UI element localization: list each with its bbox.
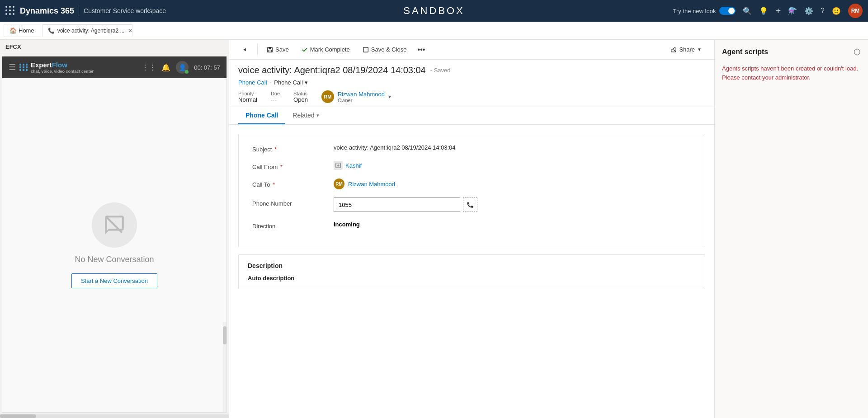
agent-scripts-title: Agent scripts xyxy=(722,48,768,56)
breadcrumb-chevron-icon: ▾ xyxy=(305,79,308,86)
ef-logo-text-expert: Expert xyxy=(31,61,52,69)
ef-grid-icon[interactable]: ⋮⋮ xyxy=(142,63,156,72)
main-layout: EFCX ☰ ExpertFlow chat, voice, video co xyxy=(0,40,868,418)
tab-phone-call[interactable]: Phone Call xyxy=(238,107,285,124)
call-from-record-icon xyxy=(334,161,343,170)
save-button[interactable]: Save xyxy=(261,43,294,56)
related-chevron-icon: ▾ xyxy=(316,113,319,118)
call-to-value: RM Rizwan Mahmood xyxy=(334,178,691,189)
subject-value: voice activity: Agent:iqra2 08/19/2024 1… xyxy=(334,143,691,151)
lightbulb-icon[interactable]: 💡 xyxy=(759,7,768,15)
ef-bell-icon[interactable]: 🔔 xyxy=(161,63,170,72)
right-panel: Agent scripts ⬡ Agents scripts haven't b… xyxy=(714,40,868,418)
description-title: Description xyxy=(248,262,696,269)
record-title: voice activity: Agent:iqra2 08/19/2024 1… xyxy=(238,65,426,75)
share-button[interactable]: Share ▼ xyxy=(665,43,707,56)
phone-number-input[interactable] xyxy=(334,197,460,212)
voice-activity-tab[interactable]: 📞 voice activity: Agent:iqra2 ... ✕ xyxy=(42,24,132,37)
top-navigation: Dynamics 365 Customer Service workspace … xyxy=(0,0,868,22)
owner-avatar: RM xyxy=(321,90,334,103)
form-card-main: Subject * voice activity: Agent:iqra2 08… xyxy=(238,134,705,247)
try-new-look-label: Try the new look xyxy=(673,7,736,15)
ef-logo: ExpertFlow chat, voice, video contact ce… xyxy=(19,61,94,74)
search-icon[interactable]: 🔍 xyxy=(743,7,752,15)
form-row-call-to: Call To * RM Rizwan Mahmood xyxy=(252,178,691,189)
right-panel-header: Agent scripts ⬡ xyxy=(722,47,861,57)
call-to-label: Call To * xyxy=(252,178,325,188)
ef-logo-text-flow: Flow xyxy=(52,61,67,69)
subject-label: Subject * xyxy=(252,143,325,153)
form-row-call-from: Call From * Kashif xyxy=(252,161,691,170)
app-grid-icon[interactable] xyxy=(5,6,15,16)
ef-logo-sub: chat, voice, video contact center xyxy=(31,69,94,74)
share-icon xyxy=(670,47,677,53)
owner-name[interactable]: Rizwan Mahmood xyxy=(338,91,385,98)
breadcrumb-phone-call-link[interactable]: Phone Call xyxy=(238,79,267,86)
record-breadcrumb: Phone Call · Phone Call ▾ xyxy=(238,79,705,86)
direction-value: Incoming xyxy=(334,220,691,228)
back-button[interactable] xyxy=(236,44,254,56)
svg-rect-2 xyxy=(269,47,271,49)
expertflow-container: ☰ ExpertFlow chat, voice, video contact … xyxy=(2,56,227,413)
mark-complete-button[interactable]: Mark Complete xyxy=(296,43,355,56)
nav-divider xyxy=(79,5,79,16)
settings-icon[interactable]: ⚙️ xyxy=(804,7,813,15)
tab-related[interactable]: Related ▾ xyxy=(285,107,326,124)
checkmark-icon xyxy=(302,47,308,53)
filter-icon[interactable]: ⚗️ xyxy=(788,7,797,15)
phone-action-svg: ... xyxy=(466,201,474,209)
toolbar: Save Mark Complete Save & Close ••• Shar… xyxy=(229,40,714,60)
start-new-conversation-button[interactable]: Start a New Conversation xyxy=(71,273,157,288)
help-icon[interactable]: ? xyxy=(821,7,825,15)
call-action-icon[interactable]: ... xyxy=(463,197,477,212)
form-row-subject: Subject * voice activity: Agent:iqra2 08… xyxy=(252,143,691,153)
meta-owner: RM Rizwan Mahmood Owner ▾ xyxy=(321,90,391,103)
home-icon: 🏠 xyxy=(9,27,17,34)
description-value: Auto description xyxy=(248,275,696,282)
share-chevron-icon: ▼ xyxy=(697,47,702,52)
save-close-icon xyxy=(363,47,369,53)
plus-icon[interactable]: + xyxy=(775,6,781,16)
save-and-close-button[interactable]: Save & Close xyxy=(357,43,412,56)
breadcrumb-phone-call-dropdown[interactable]: Phone Call ▾ xyxy=(274,79,308,86)
ef-hamburger-icon[interactable]: ☰ xyxy=(9,62,16,72)
face-icon[interactable]: 🙂 xyxy=(832,7,841,15)
ef-logo-dots xyxy=(19,64,28,71)
more-options-button[interactable]: ••• xyxy=(414,46,429,54)
agent-scripts-message: Agents scripts haven't been created or c… xyxy=(722,64,861,82)
no-conversation-text: No New Conversation xyxy=(75,255,154,264)
user-avatar[interactable]: RM xyxy=(848,4,863,18)
call-to-link[interactable]: Rizwan Mahmood xyxy=(348,181,395,188)
workspace-name: Customer Service workspace xyxy=(84,7,166,14)
tab-close-button[interactable]: ✕ xyxy=(127,28,132,34)
expand-icon[interactable]: ⬡ xyxy=(854,47,861,57)
home-tab[interactable]: 🏠 Home xyxy=(4,24,40,37)
direction-label: Direction xyxy=(252,220,325,230)
ef-header-icons: ⋮⋮ 🔔 👤 00: 07: 57 xyxy=(142,61,220,74)
record-tabs: Phone Call Related ▾ xyxy=(229,107,714,125)
call-from-label: Call From * xyxy=(252,161,325,170)
call-to-avatar: RM xyxy=(334,178,344,189)
call-to-required: * xyxy=(273,181,275,188)
svg-rect-4 xyxy=(363,47,368,52)
center-panel: Save Mark Complete Save & Close ••• Shar… xyxy=(229,40,714,418)
call-from-link[interactable]: Kashif xyxy=(345,162,362,169)
owner-chevron-icon[interactable]: ▾ xyxy=(388,94,391,100)
call-from-icon-svg xyxy=(335,162,341,169)
record-saved-status: - Saved xyxy=(430,67,451,74)
phone-number-label: Phone Number xyxy=(252,197,325,207)
ef-no-conv-icon xyxy=(92,202,137,248)
record-meta: Priority Normal Due --- Status Open RM R… xyxy=(238,90,705,103)
left-panel-label: EFCX xyxy=(0,40,229,54)
ef-online-indicator xyxy=(185,70,189,74)
description-section: Description Auto description xyxy=(238,254,705,289)
form-row-phone-number: Phone Number ... xyxy=(252,197,691,212)
left-panel: EFCX ☰ ExpertFlow chat, voice, video co xyxy=(0,40,229,418)
new-look-toggle[interactable] xyxy=(719,7,736,15)
back-icon xyxy=(242,47,248,53)
tab-bar: 🏠 Home 📞 voice activity: Agent:iqra2 ...… xyxy=(0,22,868,40)
ef-avatar[interactable]: 👤 xyxy=(176,61,189,74)
meta-status: Status Open xyxy=(293,91,308,103)
call-from-required: * xyxy=(280,164,283,170)
form-area: Subject * voice activity: Agent:iqra2 08… xyxy=(229,125,714,418)
